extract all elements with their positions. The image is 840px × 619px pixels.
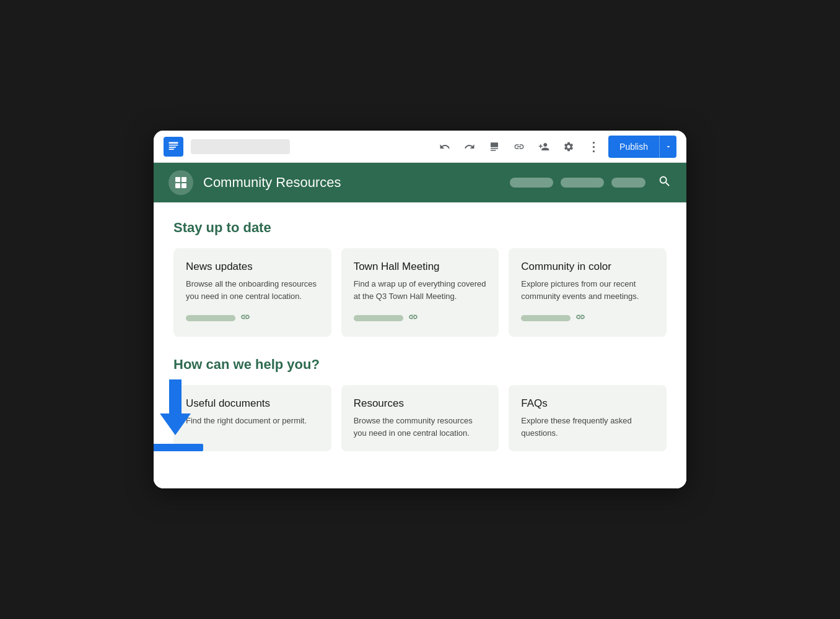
- svg-rect-5: [182, 177, 186, 182]
- card-community-color-linkbar: [521, 315, 571, 321]
- card-town-hall-link-icon[interactable]: [408, 312, 418, 324]
- link-button[interactable]: [509, 137, 529, 157]
- card-town-hall: Town Hall Meeting Find a wrap up of ever…: [341, 248, 499, 337]
- svg-rect-0: [169, 142, 178, 144]
- card-useful-docs-title: Useful documents: [186, 397, 319, 410]
- toolbar-actions: ⋮ Publish: [435, 136, 676, 158]
- nav-link-2[interactable]: [561, 178, 604, 188]
- card-town-hall-linkbar: [354, 315, 403, 321]
- svg-rect-1: [169, 144, 178, 145]
- section1-cards: News updates Browse all the onboarding r…: [173, 248, 667, 337]
- site-search-icon[interactable]: [658, 175, 672, 191]
- section2-cards: Useful documents Find the right document…: [173, 385, 667, 451]
- svg-marker-8: [160, 379, 191, 435]
- main-area: Stay up to date News updates Browse all …: [154, 202, 686, 488]
- add-collaborator-button[interactable]: [534, 137, 554, 157]
- card-community-color-footer: [521, 312, 654, 324]
- publish-dropdown-button[interactable]: [659, 136, 676, 158]
- arrow-base: [154, 444, 203, 451]
- site-nav: Community Resources: [154, 163, 686, 202]
- undo-button[interactable]: [435, 137, 455, 157]
- card-town-hall-desc: Find a wrap up of everything covered at …: [354, 278, 487, 302]
- more-options-button[interactable]: ⋮: [584, 137, 603, 157]
- card-news-updates-linkbar: [186, 315, 235, 321]
- svg-rect-6: [175, 183, 180, 188]
- card-faqs: FAQs Explore these frequently asked ques…: [509, 385, 667, 451]
- card-community-color: Community in color Explore pictures from…: [509, 248, 667, 337]
- section2-title: How can we help you?: [173, 357, 667, 373]
- card-community-color-title: Community in color: [521, 261, 654, 273]
- card-faqs-title: FAQs: [521, 397, 654, 410]
- publish-group: Publish: [608, 136, 676, 158]
- card-resources-title: Resources: [354, 397, 487, 410]
- toolbar: ⋮ Publish: [154, 131, 686, 163]
- preview-button[interactable]: [484, 137, 504, 157]
- site-title: Community Resources: [203, 175, 500, 191]
- nav-link-1[interactable]: [510, 178, 553, 188]
- nav-link-3[interactable]: [611, 178, 645, 188]
- svg-rect-7: [182, 183, 186, 188]
- card-faqs-desc: Explore these frequently asked questions…: [521, 415, 654, 439]
- card-news-updates-title: News updates: [186, 261, 319, 273]
- svg-rect-3: [169, 149, 174, 150]
- card-town-hall-title: Town Hall Meeting: [354, 261, 487, 273]
- app-logo: [164, 137, 183, 157]
- settings-button[interactable]: [559, 137, 579, 157]
- site-content: Community Resources Stay up to date News…: [154, 163, 686, 488]
- document-title[interactable]: [191, 139, 290, 154]
- card-news-updates: News updates Browse all the onboarding r…: [173, 248, 331, 337]
- site-nav-links: [510, 175, 672, 191]
- card-resources: Resources Browse the community resources…: [341, 385, 499, 451]
- card-town-hall-footer: [354, 312, 487, 324]
- card-news-updates-footer: [186, 312, 319, 324]
- section1-title: Stay up to date: [173, 220, 667, 236]
- card-news-updates-desc: Browse all the onboarding resources you …: [186, 278, 319, 302]
- site-logo: [168, 170, 193, 195]
- card-community-color-desc: Explore pictures from our recent communi…: [521, 278, 654, 302]
- redo-button[interactable]: [460, 137, 479, 157]
- card-news-updates-link-icon[interactable]: [240, 312, 250, 324]
- publish-button[interactable]: Publish: [608, 136, 659, 158]
- svg-rect-4: [175, 177, 180, 182]
- svg-rect-2: [169, 147, 177, 148]
- download-arrow: [154, 379, 203, 451]
- card-resources-desc: Browse the community resources you need …: [354, 415, 487, 439]
- card-useful-docs-desc: Find the right document or permit.: [186, 415, 319, 439]
- app-window: ⋮ Publish Community Resources: [154, 131, 686, 488]
- card-community-color-link-icon[interactable]: [575, 312, 585, 324]
